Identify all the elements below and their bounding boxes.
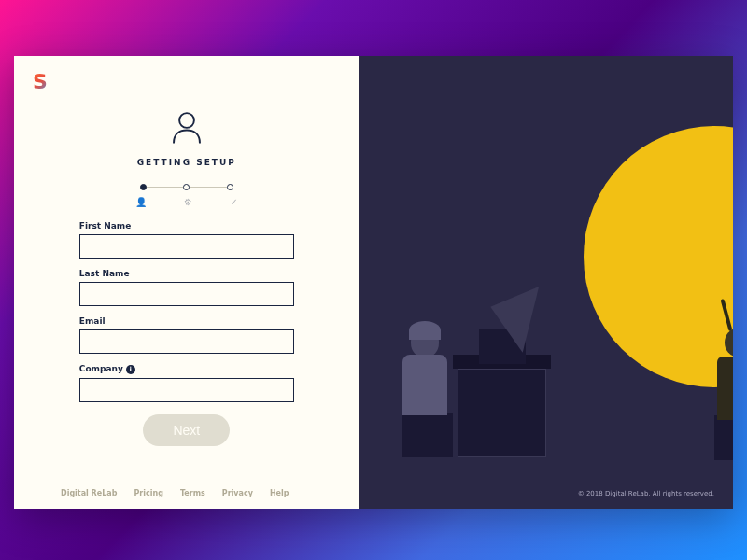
footer-nav: Digital ReLab Pricing Terms Privacy Help <box>61 489 289 497</box>
hero-panel: © 2018 Digital ReLab. All rights reserve… <box>359 56 733 509</box>
chair <box>714 415 733 460</box>
head <box>725 329 733 357</box>
hero-illustration <box>359 56 733 509</box>
email-label: Email <box>79 316 294 326</box>
user-icon <box>167 107 206 150</box>
form-fields: First Name Last Name Email Companyi <box>79 221 294 413</box>
company-field: Companyi <box>79 364 294 402</box>
trunk <box>458 369 546 457</box>
progress-bar <box>140 184 233 190</box>
last-name-label: Last Name <box>79 269 294 278</box>
footer-link-terms[interactable]: Terms <box>180 489 205 497</box>
person-right <box>725 329 733 420</box>
progress-step-3 <box>227 184 233 190</box>
first-name-field: First Name <box>79 221 294 259</box>
progress-step-1 <box>140 184 147 190</box>
person-left <box>411 326 447 415</box>
person-icon: 👤 <box>135 197 147 207</box>
progress-step-2 <box>183 184 190 190</box>
last-name-input[interactable] <box>79 282 294 306</box>
company-label: Companyi <box>79 364 294 374</box>
company-input[interactable] <box>79 378 294 402</box>
signup-form: GETTING SETUP 👤 ⚙ ✓ First Name <box>79 107 294 446</box>
first-name-label: First Name <box>79 221 294 231</box>
progress-line <box>190 187 227 188</box>
svg-point-0 <box>179 113 194 128</box>
footer-link-digital-relab[interactable]: Digital ReLab <box>61 489 117 497</box>
email-input[interactable] <box>79 329 294 354</box>
chair <box>402 413 453 457</box>
logo-text: S <box>33 70 48 93</box>
first-name-input[interactable] <box>79 234 294 259</box>
headdress <box>715 299 733 338</box>
progress-icons: 👤 ⚙ ✓ <box>135 197 238 207</box>
footer-link-privacy[interactable]: Privacy <box>222 489 253 497</box>
company-label-text: Company <box>79 364 123 373</box>
app-window: S GETTING SETUP 👤 ⚙ ✓ <box>14 56 733 509</box>
logo: S <box>33 70 48 93</box>
footer-link-pricing[interactable]: Pricing <box>134 489 162 497</box>
body <box>402 355 447 415</box>
next-button[interactable]: Next <box>143 414 230 446</box>
form-title: GETTING SETUP <box>137 158 236 167</box>
progress-line <box>147 187 184 188</box>
yellow-circle <box>584 126 733 387</box>
copyright-text: © 2018 Digital ReLab. All rights reserve… <box>578 490 714 497</box>
form-panel: S GETTING SETUP 👤 ⚙ ✓ <box>14 56 359 509</box>
last-name-field: Last Name <box>79 269 294 306</box>
footer-link-help[interactable]: Help <box>270 489 289 497</box>
email-field: Email <box>79 316 294 354</box>
check-icon: ✓ <box>230 197 237 207</box>
hair <box>409 321 441 340</box>
head <box>411 326 439 357</box>
gear-icon: ⚙ <box>184 197 192 207</box>
body <box>717 357 733 420</box>
info-icon[interactable]: i <box>126 365 135 374</box>
